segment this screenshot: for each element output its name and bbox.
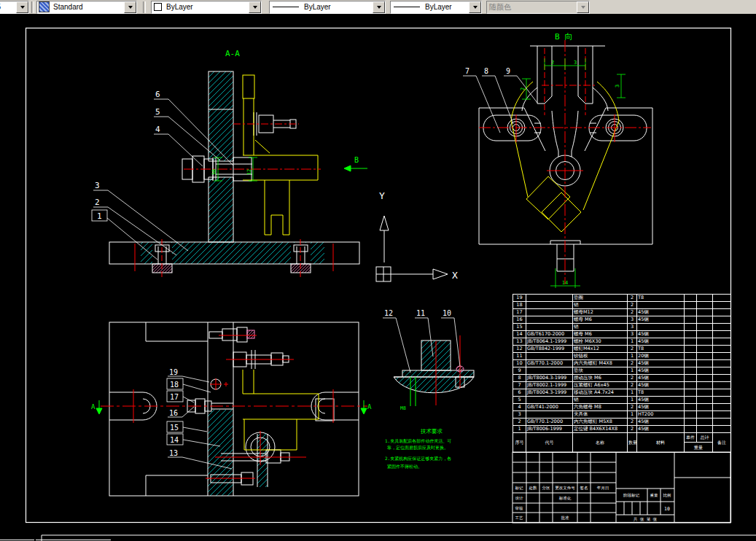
notes-title: 技术要求 [420, 428, 443, 435]
bom-row: 6JB/T8004.3-1999移动压块 A4.7x241T8 [513, 389, 731, 397]
callout-3: 3 [95, 181, 100, 190]
lineweight-value: ByLayer [423, 3, 469, 11]
tb-label: 更改文件号 [555, 486, 575, 490]
color-arrow[interactable] [249, 1, 261, 13]
callout-12: 12 [384, 309, 393, 317]
dim-text: 30 [211, 169, 217, 175]
plan-view-yellow-parts [243, 370, 319, 450]
tb-design: 设计 [515, 496, 524, 500]
bom-rows: 19垫圈2T818销217螺母M12245钢16螺母 M6345钢15销314G… [513, 295, 731, 433]
bom-row: 2GB/T70.1-2000内六角螺钉 M5X8245钢 [513, 419, 731, 426]
bom-header-mat: 材料 [637, 433, 685, 453]
linetype-value: ByLayer [302, 3, 373, 11]
chevron-down-icon [473, 6, 478, 9]
tb-craft: 工艺 [515, 515, 524, 520]
tb-label: 标记 [515, 486, 524, 491]
bom-row: 14GB/T6170-2000螺母 M6345钢 [513, 331, 731, 338]
callout-6: 6 [155, 90, 160, 99]
view-label-b: B 向 [555, 32, 572, 42]
bom-row: 1JB/T8006-1999定位键 B4X6X14X8245钢 [513, 426, 731, 433]
bom-row: 7JB/T8002.1-1999压紧螺钉 A6x45245钢 [513, 382, 731, 389]
tb-sheet: 共 张 第 张 [633, 517, 657, 522]
bom-row: 16螺母 M6345钢 [513, 316, 731, 324]
command-window-edge [0, 535, 756, 541]
tb-label: 分区 [542, 486, 551, 490]
dim-text: 12 [246, 169, 252, 175]
callout-7: 7 [465, 67, 469, 75]
linetype-arrow[interactable] [373, 1, 385, 13]
bom-row: 12GB/T8842-1999螺钉M4x122T8 [513, 346, 731, 353]
bom-table: 19垫圈2T818销217螺母M12245钢16螺母 M6345钢15销314G… [513, 294, 731, 453]
bom-row: 3夹具体1HT200 [513, 411, 731, 419]
arrow-b-label: B [354, 156, 359, 164]
arrow-a-right-label: A [367, 403, 372, 410]
callout-10: 10 [443, 309, 451, 317]
text-style-arrow[interactable] [124, 1, 136, 13]
dim-text: 3 [574, 60, 577, 66]
bom-row: 19垫圈2T8 [513, 295, 731, 302]
notes-line: 紧固件不得松动。 [387, 464, 422, 470]
drawing-canvas[interactable]: 30 12 6 5 4 3 2 1 A-A [0, 14, 756, 541]
dim-text: 2 [551, 60, 554, 66]
bom-row: 18销2 [513, 302, 731, 309]
view-b-dims: 2 3 2 3 14 [520, 58, 626, 288]
view-b [479, 46, 652, 271]
bom-header-total: 总计 [697, 433, 713, 443]
chevron-down-icon [377, 6, 381, 9]
text-style-value: Standard [51, 3, 124, 11]
lineweight-combo[interactable]: ByLayer [390, 1, 482, 14]
bom-row: 15销3 [513, 324, 731, 331]
bom-row: 17螺母M12245钢 [513, 309, 731, 316]
callout-19: 19 [169, 368, 178, 376]
notes-line: 1.夹具装配后各部件动作灵活、可 [385, 438, 451, 444]
bom-header-weight: 重量 [685, 443, 713, 453]
callout-11: 11 [416, 309, 425, 317]
bom-header: 序号 代号 名称 数量 材料 单件 总计 备注 重量 [513, 433, 731, 453]
lineweight-icon [394, 7, 420, 7]
tb-check: 审核 [515, 506, 524, 510]
plot-style-value: 随颜色 [487, 2, 577, 12]
callout-17: 17 [170, 393, 179, 401]
tb-scale: 比例 [663, 493, 671, 498]
dim-text: 14 [562, 280, 568, 286]
callout-2: 2 [95, 198, 100, 207]
chevron-down-icon [20, 6, 25, 9]
bom-header-code: 代号 [526, 433, 573, 453]
detail-dim: M8 [400, 405, 406, 411]
callout-15: 15 [170, 424, 179, 432]
callout-13: 13 [169, 449, 178, 457]
bom-header-no: 序号 [513, 433, 526, 453]
partial-combo-value: 25 [0, 3, 16, 11]
bom-row: 11铰链板120钢 [513, 353, 731, 360]
bom-header-remark: 备注 [713, 433, 731, 453]
bom-row: 9垫块145钢 [513, 367, 731, 375]
tb-standardize: 标准化 [558, 496, 572, 501]
bom-row: 13JB/T8064.1-1999螺栓 M6X30145钢 [513, 338, 731, 346]
tb-weight: 重量 [650, 493, 659, 497]
bom-header-qty: 数量 [628, 433, 637, 453]
bom-row: 10GB/T70.1-2000内六角螺钉 M4X8245钢 [513, 360, 731, 367]
tb-scale-value: 10 [664, 506, 670, 512]
linetype-icon [273, 7, 299, 7]
partial-combo[interactable]: 25 [0, 1, 29, 14]
tb-label: 处数 [529, 486, 538, 491]
callout-8: 8 [484, 67, 488, 75]
chevron-down-icon [128, 6, 133, 9]
lineweight-arrow[interactable] [469, 1, 481, 13]
technical-notes: 技术要求 1.夹具装配后各部件动作灵活、可 靠，定位面磨损后应及时更换。 2.夹… [385, 428, 451, 470]
color-value: ByLayer [164, 3, 249, 11]
arrow-a-left-label: A [91, 403, 96, 410]
detail-view [394, 340, 474, 393]
ucs-y-label: Y [379, 190, 385, 201]
plot-style-arrow [577, 1, 589, 13]
section-aa-view [109, 71, 359, 273]
drawing-svg[interactable]: 30 12 6 5 4 3 2 1 A-A [0, 14, 756, 541]
text-style-combo[interactable]: Standard [36, 1, 137, 14]
notes-line: 靠，定位面磨损后应及时更换。 [387, 445, 448, 451]
dim-text: 2 [520, 87, 526, 90]
color-combo[interactable]: ByLayer [151, 1, 262, 14]
toolbar-separator [31, 1, 34, 13]
linetype-combo[interactable]: ByLayer [269, 1, 386, 14]
bom-header-name: 名称 [573, 433, 628, 453]
partial-combo-arrow[interactable] [16, 1, 28, 13]
